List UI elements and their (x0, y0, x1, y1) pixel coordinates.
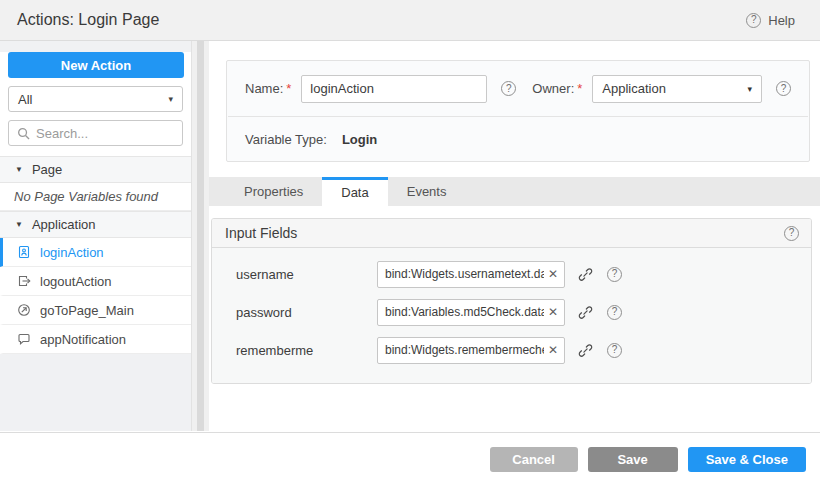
sidebar-item-label: loginAction (40, 245, 104, 260)
username-bind-input[interactable] (378, 267, 546, 281)
page-title: Actions: Login Page (0, 11, 159, 29)
sidebar-item-label: appNotification (40, 332, 126, 347)
login-icon (17, 245, 31, 259)
tab-properties[interactable]: Properties (225, 177, 322, 206)
header-bar: Actions: Login Page ? Help (0, 0, 820, 41)
bind-link-icon[interactable] (578, 305, 593, 320)
goto-page-icon (17, 303, 31, 317)
sidebar-item-label: logoutAction (40, 274, 112, 289)
chevron-down-icon: ▾ (168, 94, 173, 104)
bind-input-wrap: ✕ (377, 299, 565, 326)
tab-events[interactable]: Events (388, 177, 466, 206)
field-label: rememberme (236, 343, 377, 358)
name-label: Name: (245, 81, 283, 96)
field-help-icon[interactable]: ? (607, 343, 622, 358)
main-panel: Name:* ? Owner:* Application ▾ ? Variabl… (209, 41, 820, 432)
sidebar-item-logoutAction[interactable]: logoutAction (0, 267, 191, 296)
notification-icon (17, 332, 31, 346)
empty-page-variables-message: No Page Variables found (0, 183, 191, 211)
field-help-icon[interactable]: ? (607, 305, 622, 320)
search-box[interactable] (8, 120, 183, 146)
password-bind-input[interactable] (378, 305, 546, 319)
name-owner-row: Name:* ? Owner:* Application ▾ ? (227, 61, 809, 116)
rememberme-bind-input[interactable] (378, 343, 546, 357)
filter-dropdown[interactable]: All ▾ (8, 86, 183, 112)
tree-group-label: Page (32, 162, 62, 177)
sidebar-item-goToPage_Main[interactable]: goToPage_Main (0, 296, 191, 325)
tree-group-label: Application (32, 217, 96, 232)
input-fields-title: Input Fields (225, 225, 297, 241)
tab-bar: Properties Data Events (209, 177, 820, 206)
sidebar-content: New Action All ▾ ▼ Page No Page Variable… (0, 52, 191, 354)
owner-value: Application (602, 81, 666, 96)
save-button[interactable]: Save (588, 447, 678, 472)
save-and-close-button[interactable]: Save & Close (688, 447, 806, 472)
collapse-caret-icon: ▼ (15, 220, 23, 229)
sidebar-item-loginAction[interactable]: loginAction (0, 238, 191, 267)
owner-select[interactable]: Application ▾ (592, 75, 762, 103)
owner-label: Owner: (532, 81, 574, 96)
input-fields-header: Input Fields ? (212, 219, 811, 248)
variable-type-value: Login (342, 132, 377, 147)
sidebar-item-label: goToPage_Main (40, 303, 134, 318)
input-fields-body: username ✕ ? password (212, 248, 811, 383)
field-help-icon[interactable]: ? (607, 267, 622, 282)
action-settings-panel: Name:* ? Owner:* Application ▾ ? Variabl… (226, 60, 810, 162)
field-row-password: password ✕ ? (212, 293, 811, 331)
clear-icon[interactable]: ✕ (546, 344, 564, 356)
tree-group-application[interactable]: ▼ Application (0, 211, 191, 238)
help-icon: ? (746, 13, 761, 28)
bind-link-icon[interactable] (578, 343, 593, 358)
clear-icon[interactable]: ✕ (546, 306, 564, 318)
help-link[interactable]: ? Help (746, 13, 820, 28)
new-action-button[interactable]: New Action (8, 52, 184, 78)
input-fields-help-icon[interactable]: ? (784, 226, 799, 241)
collapse-caret-icon: ▼ (15, 165, 23, 174)
sidebar-scrollbar[interactable] (192, 41, 209, 431)
clear-icon[interactable]: ✕ (546, 268, 564, 280)
field-label: password (236, 305, 377, 320)
variables-sidebar: New Action All ▾ ▼ Page No Page Variable… (0, 41, 192, 431)
field-row-username: username ✕ ? (212, 255, 811, 293)
variable-type-row: Variable Type: Login (227, 117, 809, 161)
filter-value: All (18, 92, 32, 107)
chevron-down-icon: ▾ (747, 84, 752, 94)
logout-icon (17, 274, 31, 288)
field-row-rememberme: rememberme ✕ ? (212, 331, 811, 369)
actions-editor-window: Actions: Login Page ? Help New Action Al… (0, 0, 820, 486)
sidebar-item-appNotification[interactable]: appNotification (0, 325, 191, 354)
tab-data[interactable]: Data (322, 177, 387, 206)
bind-input-wrap: ✕ (377, 261, 565, 288)
search-input[interactable] (36, 126, 174, 141)
help-label: Help (768, 13, 795, 28)
name-input[interactable] (301, 75, 487, 103)
variable-type-label: Variable Type: (245, 132, 327, 147)
required-marker: * (286, 81, 291, 96)
footer-bar: Cancel Save Save & Close (0, 432, 820, 486)
owner-help-icon[interactable]: ? (776, 81, 791, 96)
required-marker: * (577, 81, 582, 96)
scrollbar-thumb[interactable] (197, 41, 204, 431)
field-label: username (236, 267, 377, 282)
search-icon (17, 127, 30, 140)
name-help-icon[interactable]: ? (501, 81, 516, 96)
cancel-button[interactable]: Cancel (490, 447, 578, 472)
tree-group-page[interactable]: ▼ Page (0, 156, 191, 183)
input-fields-panel: Input Fields ? username ✕ (211, 218, 812, 384)
bind-link-icon[interactable] (578, 267, 593, 282)
bind-input-wrap: ✕ (377, 337, 565, 364)
